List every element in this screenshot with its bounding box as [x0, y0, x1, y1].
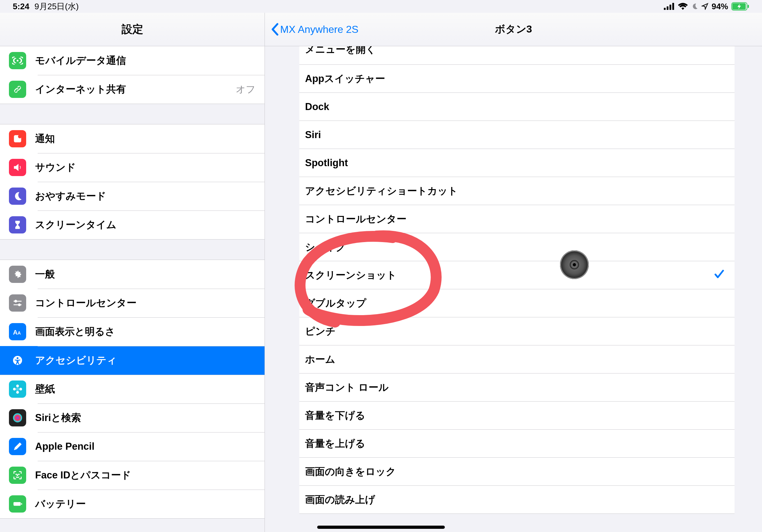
- status-bar: 5:24 9月25日(水) 94%: [0, 0, 762, 13]
- sidebar-item-label: おやすみモード: [35, 189, 106, 203]
- option-row[interactable]: コントロールセンター: [299, 205, 734, 233]
- svg-point-23: [16, 474, 17, 475]
- sidebar-item-label: モバイルデータ通信: [35, 54, 126, 67]
- battery-icon: [9, 495, 26, 512]
- sidebar-item-wallpaper[interactable]: 壁紙: [0, 375, 265, 403]
- speaker-icon: [9, 159, 26, 176]
- svg-point-22: [13, 413, 22, 422]
- option-label: スクリーンショット: [305, 269, 397, 282]
- sidebar-group: 通知サウンドおやすみモードスクリーンタイム: [0, 124, 265, 239]
- option-label: メニューを開く: [305, 46, 376, 64]
- svg-point-21: [20, 388, 22, 391]
- option-row[interactable]: 音量を上げる: [299, 430, 734, 458]
- settings-title-text: 設定: [121, 22, 143, 37]
- option-label: Appスイッチャー: [305, 72, 385, 86]
- option-label: アクセシビリティショートカット: [305, 184, 458, 198]
- location-icon: [701, 3, 708, 10]
- sidebar-item-dnd[interactable]: おやすみモード: [0, 182, 265, 211]
- option-row[interactable]: アクセシビリティショートカット: [299, 177, 734, 205]
- checkmark-icon: [714, 268, 725, 282]
- option-label: コントロールセンター: [305, 212, 407, 226]
- option-row[interactable]: Spotlight: [299, 149, 734, 177]
- svg-rect-6: [748, 5, 749, 8]
- battery-icon: [731, 2, 749, 11]
- sidebar-item-value: オフ: [236, 83, 256, 96]
- option-row[interactable]: Siri: [299, 121, 734, 149]
- gear-icon: [9, 266, 26, 283]
- option-label: シェイク: [305, 240, 346, 254]
- option-row[interactable]: ホーム: [299, 345, 734, 373]
- option-row[interactable]: ダブルタップ: [299, 289, 734, 317]
- option-row[interactable]: ピンチ: [299, 317, 734, 345]
- option-row[interactable]: Dock: [299, 93, 734, 121]
- sidebar-item-display[interactable]: AA画面表示と明るさ: [0, 317, 265, 346]
- svg-rect-12: [13, 304, 22, 305]
- sidebar-item-hotspot[interactable]: インターネット共有オフ: [0, 75, 265, 104]
- status-date: 9月25日(水): [35, 1, 79, 12]
- svg-rect-26: [21, 503, 22, 505]
- back-button[interactable]: MX Anywhere 2S: [270, 13, 358, 46]
- sidebar-item-faceid[interactable]: Face IDとパスコード: [0, 461, 265, 490]
- option-label: 音量を上げる: [305, 437, 365, 450]
- bell-icon: [9, 130, 26, 147]
- sidebar-item-sound[interactable]: サウンド: [0, 153, 265, 182]
- detail-pane: MX Anywhere 2S ボタン3 メニューを開くAppスイッチャーDock…: [265, 13, 762, 532]
- svg-point-16: [17, 357, 19, 359]
- sidebar-item-notifications[interactable]: 通知: [0, 124, 265, 153]
- sidebar-item-label: コントロールセンター: [35, 296, 137, 310]
- sidebar-item-pencil[interactable]: Apple Pencil: [0, 432, 265, 461]
- sidebar-item-label: Siriと検索: [35, 411, 81, 425]
- svg-point-8: [18, 135, 21, 138]
- sidebar-item-label: インターネット共有: [35, 83, 126, 96]
- svg-point-18: [16, 385, 19, 387]
- option-list[interactable]: メニューを開くAppスイッチャーDockSiriSpotlightアクセシビリテ…: [299, 46, 734, 532]
- sidebar-item-label: Face IDとパスコード: [35, 469, 131, 482]
- assistive-touch-button[interactable]: [560, 250, 589, 279]
- option-label: 音量を下げる: [305, 409, 365, 422]
- svg-rect-11: [13, 301, 22, 302]
- faceid-icon: [9, 467, 26, 484]
- sidebar-item-label: アクセシビリティ: [35, 354, 117, 367]
- option-row[interactable]: Appスイッチャー: [299, 65, 734, 93]
- sidebar-item-battery[interactable]: バッテリー: [0, 490, 265, 518]
- option-row[interactable]: シェイク: [299, 233, 734, 261]
- option-row[interactable]: 画面の読み上げ: [299, 486, 734, 514]
- flower-icon: [9, 380, 26, 398]
- option-row[interactable]: 音量を下げる: [299, 402, 734, 430]
- option-row[interactable]: スクリーンショット: [299, 261, 734, 289]
- home-indicator[interactable]: [317, 526, 445, 529]
- sidebar-item-control[interactable]: コントロールセンター: [0, 289, 265, 317]
- svg-rect-0: [664, 8, 666, 10]
- option-row[interactable]: 音声コント ロール: [299, 373, 734, 402]
- sidebar-item-label: 一般: [35, 268, 55, 281]
- accessibility-icon: [9, 352, 26, 369]
- link-icon: [9, 81, 26, 98]
- settings-sidebar: 設定 モバイルデータ通信インターネット共有オフ通知サウンドおやすみモードスクリー…: [0, 13, 265, 532]
- moon-icon: [9, 187, 26, 205]
- svg-point-19: [16, 391, 19, 394]
- option-row[interactable]: メニューを開く: [299, 46, 734, 65]
- sidebar-item-label: 壁紙: [35, 382, 55, 396]
- sidebar-item-screentime[interactable]: スクリーンタイム: [0, 211, 265, 239]
- svg-rect-25: [13, 502, 21, 505]
- pencil-icon: [9, 438, 26, 455]
- sidebar-item-general[interactable]: 一般: [0, 260, 265, 289]
- option-label: 画面の読み上げ: [305, 493, 375, 506]
- option-row[interactable]: 画面の向きをロック: [299, 458, 734, 486]
- option-label: ピンチ: [305, 325, 336, 338]
- sidebar-item-accessibility[interactable]: アクセシビリティ: [0, 346, 265, 375]
- sidebar-item-cellular[interactable]: モバイルデータ通信: [0, 46, 265, 75]
- svg-rect-3: [672, 3, 674, 10]
- sidebar-item-label: 通知: [35, 132, 55, 146]
- sidebar-item-siri[interactable]: Siriと検索: [0, 403, 265, 432]
- siri-icon: [9, 409, 26, 427]
- cell-signal-icon: [664, 3, 675, 10]
- svg-point-20: [13, 388, 16, 391]
- option-label: Dock: [305, 101, 329, 112]
- dnd-moon-icon: [691, 3, 698, 10]
- option-label: 音声コント ロール: [305, 381, 389, 394]
- sidebar-item-label: バッテリー: [35, 497, 86, 511]
- back-label: MX Anywhere 2S: [280, 24, 358, 35]
- detail-title: ボタン3: [495, 22, 532, 36]
- option-label: Siri: [305, 129, 321, 141]
